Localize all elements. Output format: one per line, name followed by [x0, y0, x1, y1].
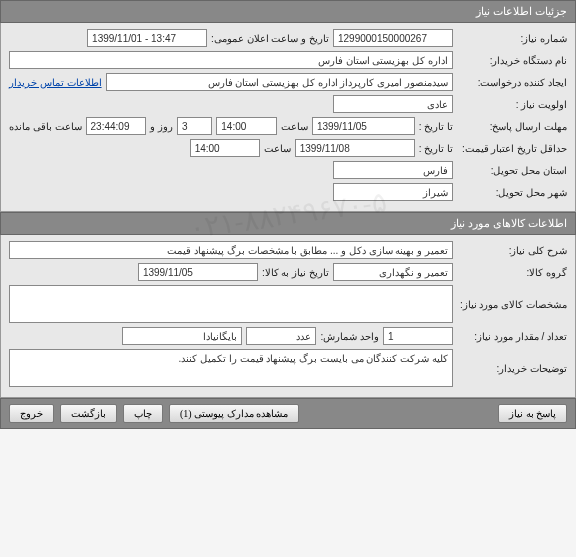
label-unit: واحد شمارش: [320, 331, 379, 342]
field-creator: سیدمنصور امیری کارپرداز اداره کل بهزیستی… [106, 73, 453, 91]
label-qty: تعداد / مقدار مورد نیاز: [457, 331, 567, 342]
section-header-need-info: جزئیات اطلاعات نیاز [0, 0, 576, 23]
label-province: استان محل تحویل: [457, 165, 567, 176]
label-general-desc: شرح کلی نیاز: [457, 245, 567, 256]
field-unit: عدد [246, 327, 316, 345]
section-header-goods: اطلاعات کالاهای مورد نیاز [0, 212, 576, 235]
field-qty: 1 [383, 327, 453, 345]
field-city: شیراز [333, 183, 453, 201]
field-need-date-goods: 1399/11/05 [138, 263, 258, 281]
field-remaining-time: 23:44:09 [86, 117, 147, 135]
field-need-number: 1299000150000267 [333, 29, 453, 47]
exit-button[interactable]: خروج [9, 404, 54, 423]
label-buyer-notes: توضیحات خریدار: [457, 363, 567, 374]
label-city: شهر محل تحویل: [457, 187, 567, 198]
need-info-body: شماره نیاز: 1299000150000267 تاریخ و ساع… [0, 23, 576, 212]
label-to-date-2: تا تاریخ : [419, 143, 453, 154]
attachments-button[interactable]: مشاهده مدارک پیوستی (1) [169, 404, 299, 423]
field-validity-date: 1399/11/08 [295, 139, 415, 157]
label-hour-2: ساعت [264, 143, 291, 154]
label-hour-1: ساعت [281, 121, 308, 132]
label-creator: ایجاد کننده درخواست: [457, 77, 567, 88]
respond-button[interactable]: پاسخ به نیاز [498, 404, 567, 423]
label-goods-group: گروه کالا: [457, 267, 567, 278]
label-days-and: روز و [150, 121, 173, 132]
label-need-date-goods: تاریخ نیاز به کالا: [262, 267, 329, 278]
label-to-date: تا تاریخ : [419, 121, 453, 132]
label-priority: اولویت نیاز : [457, 99, 567, 110]
field-buyer-org: اداره کل بهزیستی استان فارس [9, 51, 453, 69]
buyer-contact-link[interactable]: اطلاعات تماس خریدار [9, 77, 102, 88]
label-announce: تاریخ و ساعت اعلان عمومی: [211, 33, 329, 44]
field-remaining-days: 3 [177, 117, 212, 135]
field-deadline-date: 1399/11/05 [312, 117, 415, 135]
label-remaining: ساعت باقی مانده [9, 121, 82, 132]
field-buyer-notes: کلیه شرکت کنندگان می بایست برگ پیشنهاد ق… [9, 349, 453, 387]
field-priority: عادی [333, 95, 453, 113]
field-validity-hour: 14:00 [190, 139, 260, 157]
goods-info-body: شرح کلی نیاز: تعمیر و بهینه سازی دکل و .… [0, 235, 576, 398]
field-goods-group: تعمیر و نگهداری [333, 263, 453, 281]
field-goods-spec [9, 285, 453, 323]
label-need-number: شماره نیاز: [457, 33, 567, 44]
field-province: فارس [333, 161, 453, 179]
field-deadline-hour: 14:00 [216, 117, 277, 135]
footer-bar: پاسخ به نیاز مشاهده مدارک پیوستی (1) چاپ… [0, 398, 576, 429]
label-deadline: مهلت ارسال پاسخ: [457, 121, 567, 132]
label-buyer-org: نام دستگاه خریدار: [457, 55, 567, 66]
label-validity: حداقل تاریخ اعتبار قیمت: [457, 143, 567, 154]
label-goods-spec: مشخصات کالای مورد نیاز: [457, 299, 567, 310]
field-announce: 1399/11/01 - 13:47 [87, 29, 207, 47]
print-button[interactable]: چاپ [123, 404, 163, 423]
back-button[interactable]: بازگشت [60, 404, 117, 423]
field-packaging: بایگانیادا [122, 327, 242, 345]
field-general-desc: تعمیر و بهینه سازی دکل و ... مطابق با مش… [9, 241, 453, 259]
